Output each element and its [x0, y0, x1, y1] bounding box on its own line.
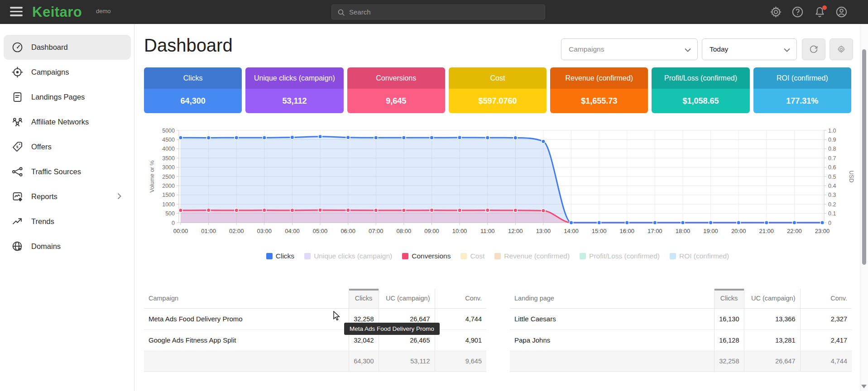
- dashboard-settings-button[interactable]: [830, 38, 853, 60]
- sidebar-item-affiliate-networks[interactable]: Affiliate Networks: [0, 110, 134, 134]
- brand-demo-label: demo: [96, 8, 111, 14]
- column-header-clicks[interactable]: Clicks: [714, 289, 744, 308]
- sidebar-item-reports[interactable]: Reports: [0, 184, 134, 209]
- scrollbar[interactable]: [860, 24, 868, 391]
- column-header-uc-campaign[interactable]: UC (campaign): [379, 289, 435, 308]
- sidebar-item-label: Campaigns: [31, 68, 69, 76]
- chevron-right-icon: [117, 193, 121, 200]
- svg-text:0.2: 0.2: [828, 201, 836, 208]
- totals-cell: [144, 351, 349, 371]
- legend-item-unique-clicks-campaign[interactable]: Unique clicks (campaign): [304, 252, 392, 260]
- stat-card-roi-confirmed: ROI (confirmed)177.31%: [753, 67, 851, 113]
- column-header-campaign[interactable]: Campaign: [144, 289, 349, 308]
- stat-card-value: 9,645: [347, 89, 445, 113]
- scrollbar-thumb[interactable]: [862, 49, 866, 265]
- svg-text:1000: 1000: [162, 201, 175, 208]
- notifications-bell-icon[interactable]: [814, 6, 826, 18]
- svg-text:2000: 2000: [162, 183, 175, 189]
- row-value-cell: 13,366: [744, 308, 800, 329]
- chart-canvas: 50001.045000.940000.835000.730000.625000…: [144, 124, 858, 244]
- svg-text:0: 0: [828, 220, 831, 226]
- table-row[interactable]: Papa Johns16,12813,2812,417: [510, 329, 852, 351]
- chevron-down-icon: [685, 48, 691, 52]
- legend-label: Cost: [470, 252, 484, 260]
- table-totals-row: 32,25826,6474,744: [510, 351, 852, 371]
- svg-text:3500: 3500: [162, 155, 175, 162]
- svg-text:02:00: 02:00: [229, 228, 244, 234]
- table-row[interactable]: Little Caesars16,13013,3662,327: [510, 308, 852, 329]
- legend-label: Clicks: [276, 252, 294, 260]
- table-header-row: Landing pageClicksUC (campaign)Conv.: [510, 289, 852, 308]
- chevron-down-icon: [784, 48, 790, 52]
- totals-cell: [510, 351, 714, 371]
- legend-item-conversions[interactable]: Conversions: [402, 252, 451, 260]
- sidebar-item-campaigns[interactable]: Campaigns: [0, 60, 134, 85]
- period-select[interactable]: Today: [702, 38, 797, 60]
- sidebar-item-landings-pages[interactable]: Landings Pages: [0, 85, 134, 110]
- svg-text:20:00: 20:00: [731, 228, 746, 234]
- legend-item-roi-confirmed[interactable]: ROI (confirmed): [670, 252, 729, 260]
- stat-card-value: $1,058.65: [652, 89, 749, 113]
- stat-card-value: 177.31%: [753, 89, 851, 113]
- row-tooltip: Meta Ads Food Delivery Promo: [344, 323, 440, 335]
- row-value-cell: 16,128: [714, 329, 744, 351]
- svg-text:2500: 2500: [162, 174, 175, 180]
- totals-cell: 53,112: [379, 351, 435, 371]
- stat-card-value: $597.0760: [449, 89, 547, 113]
- svg-text:Volume or %: Volume or %: [149, 161, 155, 193]
- account-icon[interactable]: [835, 6, 848, 18]
- column-header-conv[interactable]: Conv.: [800, 289, 852, 308]
- svg-text:01:00: 01:00: [201, 228, 216, 234]
- svg-text:0.6: 0.6: [828, 164, 836, 171]
- totals-cell: 26,647: [744, 351, 800, 371]
- stat-card-conversions: Conversions9,645: [347, 67, 445, 113]
- svg-text:15:00: 15:00: [592, 228, 607, 234]
- refresh-button[interactable]: [802, 38, 825, 60]
- menu-icon[interactable]: [10, 7, 23, 17]
- svg-text:08:00: 08:00: [397, 228, 412, 234]
- svg-text:03:00: 03:00: [257, 228, 272, 234]
- help-icon[interactable]: [791, 6, 804, 18]
- legend-label: Profit/Loss (confirmed): [589, 252, 660, 260]
- legend-label: Revenue (confirmed): [504, 252, 570, 260]
- sidebar-item-traffic-sources[interactable]: Traffic Sources: [0, 159, 134, 184]
- campaigns-select[interactable]: Campaigns: [561, 38, 698, 60]
- search-input[interactable]: [349, 5, 539, 19]
- legend-item-cost[interactable]: Cost: [460, 252, 484, 260]
- settings-gear-icon[interactable]: [770, 6, 782, 18]
- column-header-landing-page[interactable]: Landing page: [510, 289, 714, 308]
- sidebar-item-dashboard[interactable]: Dashboard: [4, 35, 131, 60]
- brand-logo[interactable]: Keitaro: [32, 4, 82, 20]
- sidebar-item-trends[interactable]: Trends: [0, 209, 134, 234]
- notification-badge: [822, 5, 827, 10]
- column-header-uc-campaign[interactable]: UC (campaign): [744, 289, 800, 308]
- refresh-icon: [809, 44, 819, 54]
- stat-card-unique-clicks-campaign: Unique clicks (campaign)53,112: [245, 67, 343, 113]
- legend-swatch: [402, 253, 408, 259]
- legend-item-revenue-confirmed[interactable]: Revenue (confirmed): [494, 252, 570, 260]
- period-select-value: Today: [710, 45, 728, 53]
- column-header-conv[interactable]: Conv.: [435, 289, 486, 308]
- row-value-cell: 4,901: [435, 329, 486, 351]
- stat-card-label: Conversions: [347, 67, 445, 89]
- sidebar-item-label: Reports: [31, 192, 58, 201]
- scroll-down-arrow-icon[interactable]: [861, 385, 867, 388]
- campaigns-select-value: Campaigns: [569, 45, 604, 53]
- sort-indicator: [349, 289, 379, 291]
- column-header-clicks[interactable]: Clicks: [349, 289, 379, 308]
- stat-card-label: ROI (confirmed): [753, 67, 851, 89]
- sidebar-item-domains[interactable]: Domains: [0, 234, 134, 259]
- sidebar-item-offers[interactable]: $Offers: [0, 134, 134, 159]
- legend-item-profit-loss-confirmed[interactable]: Profit/Loss (confirmed): [580, 252, 660, 260]
- svg-text:500: 500: [165, 210, 175, 217]
- svg-text:0.8: 0.8: [828, 146, 836, 152]
- stat-card-label: Profit/Loss (confirmed): [652, 67, 749, 89]
- legend-item-clicks[interactable]: Clicks: [266, 252, 294, 260]
- search-box[interactable]: [331, 5, 545, 19]
- trending-up-icon: [11, 215, 24, 228]
- traffic-chart: 50001.045000.940000.835000.730000.625000…: [144, 124, 858, 244]
- sidebar-item-label: Trends: [31, 217, 54, 226]
- stat-card-revenue-confirmed: Revenue (confirmed)$1,655.73: [550, 67, 648, 113]
- svg-text:10:00: 10:00: [452, 228, 467, 234]
- chart-legend: ClicksUnique clicks (campaign)Conversion…: [144, 250, 851, 262]
